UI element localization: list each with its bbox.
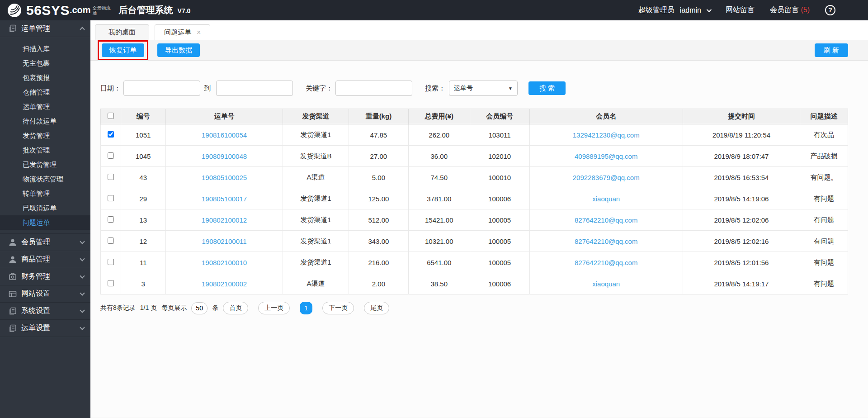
sidebar-section-header[interactable]: 财务管理: [0, 268, 90, 285]
row-issue: 有问题: [800, 252, 848, 273]
next-page-button[interactable]: 下一页: [322, 302, 354, 314]
row-member-link[interactable]: 827642210@qq.com: [529, 209, 683, 231]
sidebar-section-header[interactable]: 会员管理: [0, 234, 90, 251]
row-channel: 发货渠道1: [283, 252, 349, 273]
help-icon[interactable]: [825, 5, 835, 15]
date-from-input[interactable]: [123, 81, 200, 96]
search-field-select[interactable]: 运单号 ▼: [449, 81, 518, 96]
table-row: 12 190802100011 发货渠道1 343.00 10321.00 10…: [101, 231, 848, 252]
sidebar-item[interactable]: 已取消运单: [0, 201, 90, 215]
logo-swirl-icon: [6, 2, 23, 19]
row-checkbox[interactable]: [108, 195, 114, 201]
sidebar-item[interactable]: 物流状态管理: [0, 172, 90, 186]
row-select-cell: [101, 146, 121, 167]
export-data-button[interactable]: 导出数据: [157, 43, 200, 57]
sidebar-section: 财务管理: [0, 268, 90, 285]
current-page-button[interactable]: 1: [300, 302, 312, 314]
sidebar-section-header[interactable]: 运单设置: [0, 320, 90, 337]
row-select-cell: [101, 252, 121, 273]
sidebar-item[interactable]: 问题运单: [0, 215, 90, 230]
row-waybill-link[interactable]: 190802100012: [165, 209, 283, 231]
row-member-link[interactable]: 1329421230@qq.com: [529, 124, 683, 146]
chevron-icon: [80, 308, 85, 313]
member-messages-count-badge: (5): [801, 6, 810, 14]
row-waybill-link[interactable]: 190802100011: [165, 231, 283, 252]
sidebar-item[interactable]: 待付款运单: [0, 114, 90, 128]
record-count: 共有8条记录: [100, 304, 136, 312]
sidebar-item[interactable]: 发货管理: [0, 128, 90, 143]
row-waybill-link[interactable]: 190805100017: [165, 188, 283, 209]
restore-order-button[interactable]: 恢复订单: [102, 43, 144, 57]
search-button[interactable]: 搜 索: [528, 81, 566, 95]
content-area: 日期： 到 关键字： 搜索： 运单号 ▼ 搜 索 编号: [90, 61, 868, 418]
row-member-id: 100006: [470, 273, 529, 294]
row-checkbox[interactable]: [108, 131, 114, 138]
sidebar-section-header[interactable]: 网站设置: [0, 285, 90, 302]
row-weight: 2.00: [349, 273, 408, 294]
row-time: 2019/8/5 14:19:17: [683, 273, 800, 294]
row-waybill-link[interactable]: 190805100025: [165, 167, 283, 188]
row-member-link[interactable]: 2092283679@qq.com: [529, 167, 683, 188]
select-all-checkbox[interactable]: [108, 113, 114, 119]
page-info: 1/1 页: [140, 304, 157, 312]
row-waybill-link[interactable]: 190802100002: [165, 273, 283, 294]
row-issue: 产品破损: [800, 146, 848, 167]
row-checkbox[interactable]: [108, 152, 114, 159]
row-checkbox[interactable]: [108, 174, 114, 180]
sidebar-section-header[interactable]: 运单管理: [0, 20, 90, 37]
row-waybill-link[interactable]: 190809100048: [165, 146, 283, 167]
sidebar-subitems: 扫描入库 无主包裹 包裹预报 仓储管理 运单管理 待付款运单 发货管理 批次管理…: [0, 37, 90, 233]
sidebar-item[interactable]: 包裹预报: [0, 71, 90, 85]
row-id: 12: [121, 231, 165, 252]
waybill-table: 编号 运单号 发货渠道 重量(kg) 总费用(¥) 会员编号 会员名 提交时间 …: [100, 109, 848, 294]
sidebar-section: 运单设置: [0, 320, 90, 337]
col-weight: 重量(kg): [349, 109, 408, 124]
refresh-button[interactable]: 刷 新: [815, 43, 848, 57]
sidebar-item[interactable]: 转单管理: [0, 186, 90, 201]
row-member-link[interactable]: 409889195@qq.com: [529, 146, 683, 167]
sidebar-item[interactable]: 已发货管理: [0, 157, 90, 172]
sidebar-section-header[interactable]: 系统设置: [0, 303, 90, 319]
keyword-input[interactable]: [335, 81, 412, 96]
table-row: 1051 190816100054 发货渠道1 47.85 262.00 103…: [101, 124, 848, 146]
row-issue: 有问题: [800, 273, 848, 294]
row-member-link[interactable]: xiaoquan: [529, 188, 683, 209]
row-id: 43: [121, 167, 165, 188]
tab[interactable]: 我的桌面: [95, 24, 149, 40]
sidebar-section-label: 运单管理: [21, 24, 50, 33]
row-checkbox[interactable]: [108, 216, 114, 223]
row-checkbox[interactable]: [108, 280, 114, 286]
logo-text: 56SYS: [26, 3, 70, 18]
tab[interactable]: 问题运单 ×: [155, 24, 210, 40]
chevron-icon: [80, 290, 85, 295]
date-to-input[interactable]: [216, 81, 293, 96]
sidebar-item[interactable]: 扫描入库: [0, 42, 90, 56]
first-page-button[interactable]: 首页: [223, 302, 248, 314]
per-page-input[interactable]: [191, 302, 208, 314]
pagination: 共有8条记录 1/1 页 每页展示 条 首页 上一页 1 下一页 尾页: [100, 302, 848, 314]
sidebar-item[interactable]: 仓储管理: [0, 85, 90, 100]
row-waybill-link[interactable]: 190816100054: [165, 124, 283, 146]
date-to-label: 到: [204, 84, 211, 93]
row-member-link[interactable]: xiaoquan: [529, 273, 683, 294]
sidebar-item[interactable]: 批次管理: [0, 143, 90, 157]
member-messages-link[interactable]: 会员留言 (5): [770, 5, 810, 15]
sidebar-item[interactable]: 运单管理: [0, 100, 90, 114]
col-id: 编号: [121, 109, 165, 124]
app-title: 后台管理系统: [119, 4, 173, 16]
row-select-cell: [101, 167, 121, 188]
user-menu[interactable]: 超级管理员 iadmin: [638, 5, 710, 15]
row-checkbox[interactable]: [108, 238, 114, 244]
member-messages-label: 会员留言: [770, 6, 799, 14]
prev-page-button[interactable]: 上一页: [258, 302, 290, 314]
row-checkbox[interactable]: [108, 259, 114, 265]
last-page-button[interactable]: 尾页: [364, 302, 389, 314]
row-member-link[interactable]: 827642210@qq.com: [529, 231, 683, 252]
logo-suffix: .com: [70, 5, 91, 15]
row-waybill-link[interactable]: 190802100010: [165, 252, 283, 273]
row-member-link[interactable]: 827642210@qq.com: [529, 252, 683, 273]
tab-close-icon[interactable]: ×: [197, 29, 201, 36]
site-messages-link[interactable]: 网站留言: [726, 5, 755, 15]
sidebar-item[interactable]: 无主包裹: [0, 56, 90, 71]
sidebar-section-header[interactable]: 商品管理: [0, 251, 90, 268]
